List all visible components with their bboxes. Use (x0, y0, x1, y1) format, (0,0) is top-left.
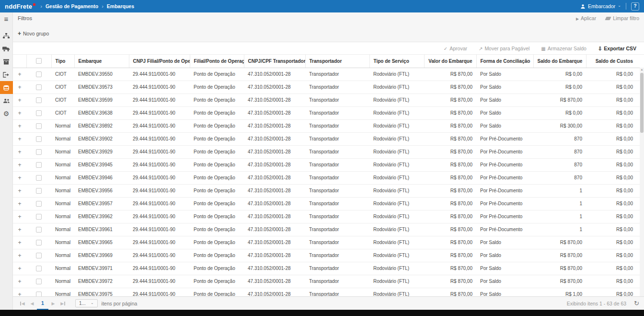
help-button[interactable]: ? (631, 2, 639, 11)
row-checkbox[interactable] (36, 201, 42, 207)
scrollbar-thumb[interactable] (640, 73, 644, 133)
sidebar-item-configuracoes[interactable]: ⚙ (0, 107, 13, 120)
next-page-button[interactable]: ▶ (48, 297, 58, 310)
expand-row-icon[interactable]: + (18, 175, 21, 181)
select-all-checkbox[interactable] (36, 58, 42, 64)
new-group-button[interactable]: +Novo grupo (18, 30, 49, 37)
row-checkbox[interactable] (36, 188, 42, 194)
row-checkbox[interactable] (36, 279, 42, 284)
expand-row-icon[interactable]: + (18, 278, 21, 285)
current-page-button[interactable]: 1 (37, 297, 48, 310)
table-row[interactable]: + Normal EMBDEV.39902 29.444.911/0001-90… (13, 132, 640, 145)
sidebar-item-workflow[interactable] (0, 29, 13, 42)
table-row[interactable]: + Normal EMBDEV.39946 29.444.911/0001-90… (13, 171, 640, 184)
column-header-tipo-servico[interactable]: Tipo de Serviço (369, 55, 424, 68)
table-row[interactable]: + Normal EMBDEV.39971 29.444.911/0001-90… (13, 262, 640, 275)
table-row[interactable]: + CIOT EMBDEV.39573 29.444.911/0001-90 P… (13, 81, 640, 94)
last-page-button[interactable]: ▶ (58, 297, 68, 310)
store-balance-button[interactable]: ▦Armazenar Saldo (541, 46, 586, 51)
expand-row-icon[interactable]: + (18, 84, 21, 91)
expand-column-header (13, 55, 26, 68)
breadcrumb-item-gestao-de-pagamento[interactable]: Gestão de Pagamento (46, 3, 98, 9)
expand-row-icon[interactable]: + (18, 136, 21, 142)
cell-tipo: CIOT (51, 81, 74, 94)
row-checkbox[interactable] (36, 240, 42, 246)
expand-row-icon[interactable]: + (18, 200, 21, 207)
row-checkbox[interactable] (36, 110, 42, 116)
app-logo[interactable]: nddFrete (5, 3, 35, 10)
expand-row-icon[interactable]: + (18, 149, 21, 155)
row-checkbox[interactable] (36, 175, 42, 181)
row-checkbox[interactable] (36, 214, 42, 220)
table-row[interactable]: + Normal EMBDEV.39957 29.444.911/0001-90… (13, 197, 640, 210)
menu-toggle-button[interactable]: ≡ (0, 12, 13, 25)
column-header-tipo[interactable]: Tipo (51, 55, 74, 68)
previous-page-button[interactable]: ◀ (27, 297, 37, 310)
expand-row-icon[interactable]: + (18, 265, 21, 272)
sidebar-item-pagamentos[interactable] (0, 81, 13, 94)
table-row[interactable]: + CIOT EMBDEV.39638 29.444.911/0001-90 P… (13, 106, 640, 119)
expand-row-icon[interactable]: + (18, 97, 21, 104)
table-row[interactable]: + Normal EMBDEV.39962 29.444.911/0001-90… (13, 210, 640, 223)
cell-saldo-custos: R$ 0,00 (586, 236, 640, 249)
expand-row-icon[interactable]: + (18, 71, 21, 78)
clear-filter-button[interactable]: Limpar filtro (606, 15, 639, 21)
row-checkbox[interactable] (36, 71, 42, 77)
expand-row-icon[interactable]: + (18, 226, 21, 233)
sidebar-item-viagens[interactable] (0, 42, 13, 55)
expand-row-icon[interactable]: + (18, 252, 21, 259)
sidebar-item-embarques[interactable] (0, 55, 13, 68)
column-header-saldo-custos[interactable]: Saldo de Custos (586, 55, 640, 68)
expand-row-icon[interactable]: + (18, 291, 21, 297)
column-header-filial[interactable]: Filial/Ponto de Operação (190, 55, 244, 68)
table-row[interactable]: + Normal EMBDEV.39969 29.444.911/0001-90… (13, 249, 640, 262)
table-row[interactable]: + Normal EMBDEV.39961 29.444.911/0001-90… (13, 223, 640, 236)
column-header-valor-embarque[interactable]: Valor do Embarque (424, 55, 476, 68)
row-checkbox[interactable] (36, 266, 42, 271)
first-page-button[interactable]: ◀ (18, 297, 27, 310)
row-checkbox[interactable] (36, 149, 42, 155)
column-header-cnpj-filial[interactable]: CNPJ Filial/Ponto de Operação (129, 55, 190, 68)
export-csv-button[interactable]: ⇩Exportar CSV (598, 46, 636, 51)
column-header-transportador[interactable]: Transportador (305, 55, 369, 68)
expand-row-icon[interactable]: + (18, 213, 21, 220)
table-row[interactable]: + Normal EMBDEV.39956 29.444.911/0001-90… (13, 184, 640, 197)
column-header-saldo-embarque[interactable]: Saldo do Embarque (533, 55, 586, 68)
row-checkbox[interactable] (36, 162, 42, 168)
table-row[interactable]: + Normal EMBDEV.39945 29.444.911/0001-90… (13, 158, 640, 171)
expand-row-icon[interactable]: + (18, 123, 21, 129)
table-row[interactable]: + Normal EMBDEV.39965 29.444.911/0001-90… (13, 236, 640, 249)
refresh-button[interactable]: ↻ (634, 300, 639, 307)
expand-row-icon[interactable]: + (18, 162, 21, 168)
sidebar-item-usuarios[interactable] (0, 94, 13, 107)
column-header-forma-conciliacao[interactable]: Forma de Conciliação (476, 55, 533, 68)
row-checkbox[interactable] (36, 84, 42, 90)
expand-row-icon[interactable]: + (18, 239, 21, 246)
scroll-up-icon[interactable]: ▲ (640, 68, 644, 71)
sidebar-item-saida[interactable] (0, 68, 13, 81)
cell-tipo-servico: Rodoviário (FTL) (369, 184, 424, 197)
approve-button[interactable]: ✓Aprovar (444, 46, 467, 51)
row-checkbox[interactable] (36, 227, 42, 233)
column-header-embarque[interactable]: Embarque (74, 55, 129, 68)
row-checkbox[interactable] (36, 97, 42, 103)
row-checkbox[interactable] (36, 123, 42, 129)
row-checkbox[interactable] (36, 253, 42, 258)
table-row[interactable]: + Normal EMBDEV.39972 29.444.911/0001-90… (13, 275, 640, 288)
table-row[interactable]: + CIOT EMBDEV.39550 29.444.911/0001-90 P… (13, 68, 640, 81)
column-header-cnpj-transportador[interactable]: CNPJ/CPF Transportador (244, 55, 305, 68)
row-checkbox[interactable] (36, 292, 42, 296)
breadcrumb-item-embarques[interactable]: Embarques (107, 3, 134, 9)
table-row[interactable]: + CIOT EMBDEV.39599 29.444.911/0001-90 P… (13, 94, 640, 106)
row-checkbox[interactable] (36, 136, 42, 142)
user-menu[interactable]: Embarcador ⌄ (580, 3, 621, 9)
table-row[interactable]: + Normal EMBDEV.39975 29.444.911/0001-90… (13, 288, 640, 296)
expand-row-icon[interactable]: + (18, 187, 21, 194)
page-size-select[interactable]: 1...⌄ (75, 299, 98, 307)
move-to-payable-button[interactable]: ↗Mover para Pagável (479, 46, 529, 51)
table-row[interactable]: + Normal EMBDEV.39892 29.444.911/0001-90… (13, 119, 640, 132)
expand-row-icon[interactable]: + (18, 110, 21, 117)
table-row[interactable]: + Normal EMBDEV.39929 29.444.911/0001-90… (13, 145, 640, 158)
apply-filter-button[interactable]: ▶Aplicar (576, 15, 596, 21)
vertical-scrollbar[interactable]: ▲ (640, 68, 644, 296)
